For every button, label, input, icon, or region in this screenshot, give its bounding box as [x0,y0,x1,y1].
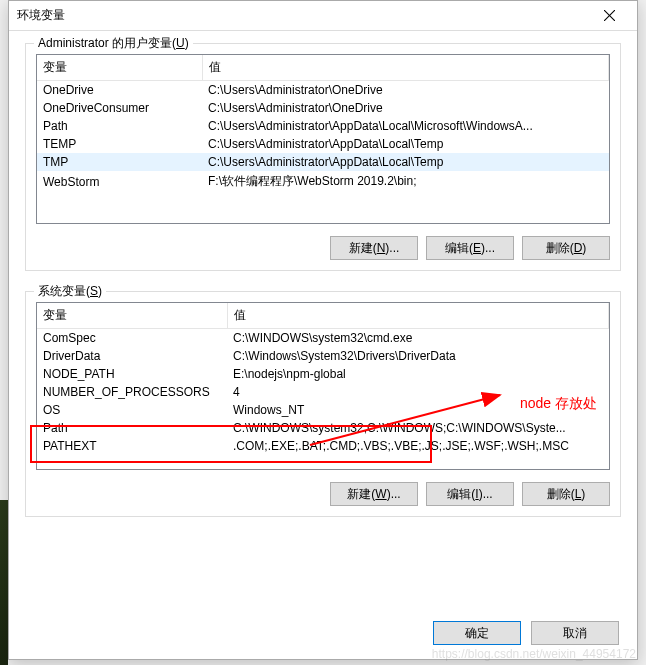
dialog-button-row: 确定 取消 [433,621,619,645]
user-edit-button[interactable]: 编辑(E)... [426,236,514,260]
close-button[interactable] [589,2,629,30]
system-vars-table-container: 变量 值 ComSpecC:\WINDOWS\system32\cmd.exeD… [36,302,610,470]
user-vars-table: 变量 值 OneDriveC:\Users\Administrator\OneD… [37,55,609,192]
var-name-cell: ComSpec [37,329,227,348]
system-vars-button-row: 新建(W)... 编辑(I)... 删除(L) [36,482,610,506]
var-name-cell: Path [37,117,202,135]
var-value-cell: C:\Users\Administrator\AppData\Local\Tem… [202,135,609,153]
table-row[interactable]: TEMPC:\Users\Administrator\AppData\Local… [37,135,609,153]
col-header-var[interactable]: 变量 [37,55,202,81]
var-value-cell: .COM;.EXE;.BAT;.CMD;.VBS;.VBE;.JS;.JSE;.… [227,437,609,455]
table-row[interactable]: PathC:\Users\Administrator\AppData\Local… [37,117,609,135]
system-delete-button[interactable]: 删除(L) [522,482,610,506]
system-vars-legend: 系统变量(S) [34,283,106,300]
var-value-cell: F:\软件编程程序\WebStorm 2019.2\bin; [202,171,609,192]
env-vars-dialog: 环境变量 Administrator 的用户变量(U) 变量 值 [8,0,638,660]
var-name-cell: TEMP [37,135,202,153]
user-delete-button[interactable]: 删除(D) [522,236,610,260]
var-name-cell: DriverData [37,347,227,365]
system-edit-button[interactable]: 编辑(I)... [426,482,514,506]
var-name-cell: WebStorm [37,171,202,192]
table-row[interactable]: NUMBER_OF_PROCESSORS4 [37,383,609,401]
var-name-cell: TMP [37,153,202,171]
table-row[interactable]: TMPC:\Users\Administrator\AppData\Local\… [37,153,609,171]
var-value-cell: C:\Users\Administrator\OneDrive [202,99,609,117]
var-value-cell: C:\Users\Administrator\AppData\Local\Tem… [202,153,609,171]
system-new-button[interactable]: 新建(W)... [330,482,418,506]
ok-button[interactable]: 确定 [433,621,521,645]
var-name-cell: NUMBER_OF_PROCESSORS [37,383,227,401]
user-vars-group: Administrator 的用户变量(U) 变量 值 OneDriveC:\U… [25,43,621,271]
user-vars-scroll[interactable]: 变量 值 OneDriveC:\Users\Administrator\OneD… [37,55,609,223]
table-row[interactable]: NODE_PATHE:\nodejs\npm-global [37,365,609,383]
table-row[interactable]: OneDriveConsumerC:\Users\Administrator\O… [37,99,609,117]
var-value-cell: C:\WINDOWS\system32;C:\WINDOWS;C:\WINDOW… [227,419,609,437]
user-vars-table-container: 变量 值 OneDriveC:\Users\Administrator\OneD… [36,54,610,224]
dialog-content: Administrator 的用户变量(U) 变量 值 OneDriveC:\U… [9,31,637,553]
user-new-button[interactable]: 新建(N)... [330,236,418,260]
system-vars-group: 系统变量(S) 变量 值 ComSpecC:\WINDOWS\system32\… [25,291,621,517]
var-name-cell: NODE_PATH [37,365,227,383]
var-value-cell: C:\Windows\System32\Drivers\DriverData [227,347,609,365]
col-header-val[interactable]: 值 [202,55,609,81]
cancel-button[interactable]: 取消 [531,621,619,645]
var-value-cell: C:\Users\Administrator\OneDrive [202,81,609,100]
var-name-cell: PATHEXT [37,437,227,455]
table-row[interactable]: ComSpecC:\WINDOWS\system32\cmd.exe [37,329,609,348]
var-value-cell: Windows_NT [227,401,609,419]
close-icon [604,10,615,21]
desktop-edge [0,500,8,665]
var-value-cell: C:\Users\Administrator\AppData\Local\Mic… [202,117,609,135]
var-value-cell: E:\nodejs\npm-global [227,365,609,383]
system-vars-table: 变量 值 ComSpecC:\WINDOWS\system32\cmd.exeD… [37,303,609,455]
table-row[interactable]: PATHEXT.COM;.EXE;.BAT;.CMD;.VBS;.VBE;.JS… [37,437,609,455]
titlebar: 环境变量 [9,1,637,31]
table-row[interactable]: DriverDataC:\Windows\System32\Drivers\Dr… [37,347,609,365]
user-vars-button-row: 新建(N)... 编辑(E)... 删除(D) [36,236,610,260]
var-name-cell: OneDriveConsumer [37,99,202,117]
var-name-cell: OS [37,401,227,419]
table-row[interactable]: WebStormF:\软件编程程序\WebStorm 2019.2\bin; [37,171,609,192]
table-row[interactable]: PathC:\WINDOWS\system32;C:\WINDOWS;C:\WI… [37,419,609,437]
var-value-cell: C:\WINDOWS\system32\cmd.exe [227,329,609,348]
var-value-cell: 4 [227,383,609,401]
col-header-var[interactable]: 变量 [37,303,227,329]
table-row[interactable]: OneDriveC:\Users\Administrator\OneDrive [37,81,609,100]
var-name-cell: Path [37,419,227,437]
col-header-val[interactable]: 值 [227,303,609,329]
var-name-cell: OneDrive [37,81,202,100]
table-row[interactable]: OSWindows_NT [37,401,609,419]
system-vars-scroll[interactable]: 变量 值 ComSpecC:\WINDOWS\system32\cmd.exeD… [37,303,609,469]
window-title: 环境变量 [17,7,589,24]
user-vars-legend: Administrator 的用户变量(U) [34,35,193,52]
